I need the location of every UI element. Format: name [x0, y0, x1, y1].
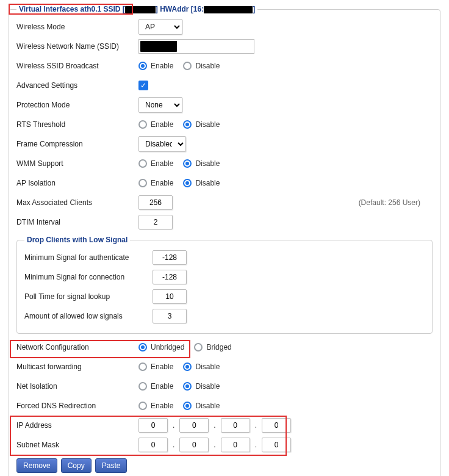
rts-enable-radio[interactable]: [138, 120, 147, 129]
ip-octet-1[interactable]: [138, 418, 168, 433]
enable-text[interactable]: Enable: [151, 362, 173, 371]
copy-button[interactable]: Copy: [61, 458, 92, 473]
subnet-octet-3[interactable]: [221, 438, 250, 452]
min-sig-conn-label: Minimum Signal for connection: [24, 273, 153, 281]
remove-button[interactable]: Remove: [16, 458, 57, 473]
enable-text[interactable]: Enable: [151, 62, 173, 70]
forced-dns-label: Forced DNS Redirection: [16, 402, 138, 410]
drop-clients-legend: Drop Clients with Low Signal: [24, 236, 130, 244]
subnet-mask-label: Subnet Mask: [16, 441, 138, 449]
mcast-disable-radio[interactable]: [183, 362, 192, 371]
min-sig-auth-input[interactable]: [153, 250, 187, 265]
subnet-octet-1[interactable]: [138, 438, 168, 452]
net-config-label: Network Configuration: [16, 343, 138, 352]
poll-time-input[interactable]: [153, 289, 187, 304]
low-signals-input[interactable]: [153, 309, 187, 323]
protection-mode-label: Protection Mode: [16, 101, 138, 109]
ip-address-label: IP Address: [16, 421, 138, 430]
virtual-interface-fieldset: Virtual Interfaces ath0.1 SSID [] HWAddr…: [9, 5, 440, 476]
advanced-settings-label: Advanced Settings: [16, 81, 138, 90]
drop-clients-fieldset: Drop Clients with Low Signal Minimum Sig…: [16, 236, 433, 334]
mcast-fwd-label: Multicast forwarding: [16, 362, 138, 371]
ip-octet-2[interactable]: [179, 418, 209, 433]
rts-threshold-label: RTS Threshold: [16, 120, 138, 129]
enable-text[interactable]: Enable: [151, 402, 173, 410]
ap-iso-enable-radio[interactable]: [138, 179, 147, 187]
disable-text[interactable]: Disable: [195, 382, 220, 391]
max-clients-input[interactable]: [138, 195, 173, 210]
ip-octet-3[interactable]: [221, 418, 250, 433]
ssid-broadcast-disable-radio[interactable]: [183, 62, 192, 70]
advanced-settings-checkbox[interactable]: [138, 81, 148, 90]
max-clients-hint: (Default: 256 User): [359, 198, 420, 207]
wmm-disable-radio[interactable]: [183, 159, 192, 168]
enable-text[interactable]: Enable: [151, 179, 173, 187]
ssid-broadcast-enable-radio[interactable]: [138, 62, 147, 70]
net-config-unbridged-radio[interactable]: [138, 343, 147, 352]
protection-mode-select[interactable]: None: [138, 97, 182, 113]
subnet-octet-2[interactable]: [179, 438, 209, 452]
min-sig-auth-label: Minimum Signal for authenticate: [24, 253, 153, 262]
net-iso-disable-radio[interactable]: [183, 382, 192, 391]
poll-time-label: Poll Time for signal lookup: [24, 292, 153, 301]
disable-text[interactable]: Disable: [195, 159, 220, 168]
min-sig-conn-input[interactable]: [153, 270, 187, 284]
frame-compression-select[interactable]: Disabled: [138, 136, 186, 152]
frame-compression-label: Frame Compression: [16, 140, 138, 148]
forced-dns-disable-radio[interactable]: [183, 402, 192, 410]
ssid-broadcast-label: Wireless SSID Broadcast: [16, 62, 138, 70]
rts-disable-radio[interactable]: [183, 120, 192, 129]
low-signals-label: Amount of allowed low signals: [24, 312, 153, 320]
max-clients-label: Max Associated Clients: [16, 198, 138, 207]
mcast-enable-radio[interactable]: [138, 362, 147, 371]
wmm-support-label: WMM Support: [16, 159, 138, 168]
disable-text[interactable]: Disable: [195, 120, 220, 129]
ap-isolation-label: AP Isolation: [16, 179, 138, 187]
enable-text[interactable]: Enable: [151, 382, 173, 391]
dtim-input[interactable]: [138, 215, 173, 229]
net-config-bridged-radio[interactable]: [194, 343, 203, 352]
disable-text[interactable]: Disable: [195, 362, 220, 371]
ip-octet-4[interactable]: [262, 418, 291, 433]
form-wrap: Virtual Interfaces ath0.1 SSID [] HWAddr…: [7, 5, 442, 476]
disable-text[interactable]: Disable: [195, 179, 220, 187]
net-iso-enable-radio[interactable]: [138, 382, 147, 391]
bridged-text[interactable]: Bridged: [206, 343, 231, 352]
ssid-label: Wireless Network Name (SSID): [16, 42, 138, 51]
disable-text[interactable]: Disable: [195, 402, 220, 410]
ssid-input[interactable]: [138, 39, 254, 54]
unbridged-text[interactable]: Unbridged: [151, 343, 184, 352]
forced-dns-enable-radio[interactable]: [138, 402, 147, 410]
enable-text[interactable]: Enable: [151, 159, 173, 168]
disable-text[interactable]: Disable: [195, 62, 220, 70]
wireless-mode-select[interactable]: AP: [138, 19, 182, 35]
fieldset-legend: Virtual Interfaces ath0.1 SSID [] HWAddr…: [16, 5, 257, 13]
paste-button[interactable]: Paste: [95, 458, 128, 473]
wireless-mode-label: Wireless Mode: [16, 23, 138, 31]
enable-text[interactable]: Enable: [151, 120, 173, 129]
wmm-enable-radio[interactable]: [138, 159, 147, 168]
net-iso-label: Net Isolation: [16, 382, 138, 391]
dtim-label: DTIM Interval: [16, 218, 138, 226]
ap-iso-disable-radio[interactable]: [183, 179, 192, 187]
subnet-octet-4[interactable]: [262, 438, 291, 452]
